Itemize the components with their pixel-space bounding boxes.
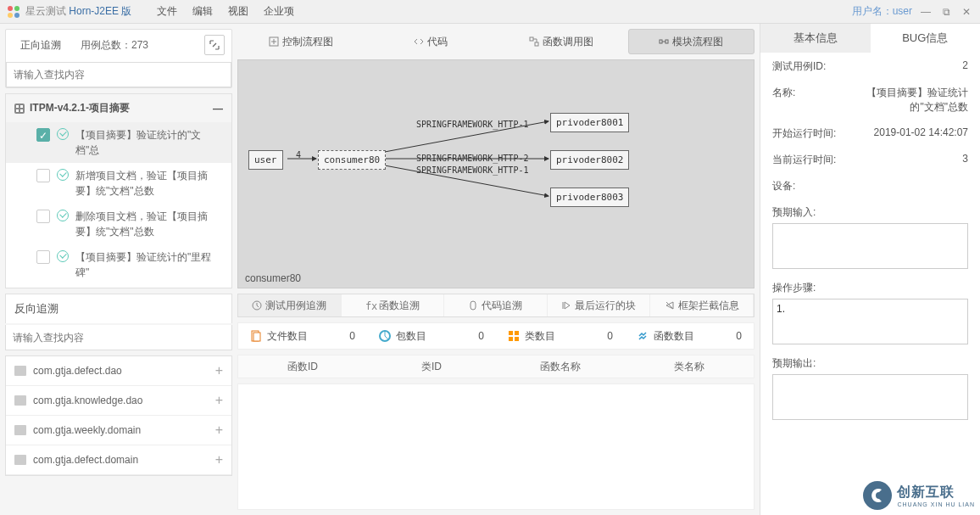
menu-edit[interactable]: 编辑 <box>192 4 213 19</box>
tab-module-flow[interactable]: 模块流程图 <box>628 29 755 54</box>
user-label: 用户名：user <box>852 4 912 19</box>
svg-rect-24 <box>515 331 519 335</box>
tab-intercept[interactable]: 框架拦截信息 <box>650 294 754 316</box>
flow-icon <box>269 36 279 47</box>
node-user[interactable]: user <box>248 150 283 170</box>
menu-enterprise[interactable]: 企业项 <box>264 4 294 19</box>
menu-view[interactable]: 视图 <box>228 4 248 19</box>
module-diagram[interactable]: user 4 consumer80 privoder8001 privoder8… <box>237 59 754 288</box>
list-item[interactable]: com.gtja.knowledge.dao+ <box>6 386 231 416</box>
value-current-time: 3 <box>962 153 968 165</box>
label-device: 设备: <box>772 179 795 193</box>
watermark-logo-icon <box>863 481 892 510</box>
tab-code[interactable]: 代码 <box>368 29 495 54</box>
svg-point-2 <box>8 13 13 18</box>
tree-item[interactable]: 新增项目WBS计划，验证【项目摘要的"里程碑"总数 <box>6 285 231 288</box>
plus-icon[interactable]: + <box>215 363 223 378</box>
status-ok-icon <box>57 169 69 181</box>
tree-item[interactable]: 新增项目文档，验证【项目摘要】统"文档"总数 <box>6 163 231 204</box>
expand-icon[interactable] <box>204 35 225 55</box>
checkbox-icon[interactable] <box>36 250 50 264</box>
tab-bug-info[interactable]: BUG信息 <box>871 24 981 53</box>
tab-case-trace[interactable]: 测试用例追溯 <box>238 294 342 316</box>
tab-last-block[interactable]: 最后运行的块 <box>548 294 651 316</box>
status-ok-icon <box>57 250 69 262</box>
tree-item[interactable]: 【项目摘要】验证统计的"文档"总 <box>6 122 231 163</box>
watermark: 创新互联CHUANG XIN HU LIAN <box>863 481 975 510</box>
tree-title: ITPM-v4.2.1-项目摘要 <box>30 101 130 115</box>
case-count-label: 用例总数：273 <box>81 38 148 53</box>
svg-rect-8 <box>20 109 23 112</box>
module-icon <box>14 104 25 114</box>
reverse-search-input[interactable] <box>5 325 232 350</box>
last-icon <box>561 300 571 311</box>
func-icon: fx <box>365 300 376 311</box>
app-title: 星云测试 Horn-J2EE 版 <box>25 4 131 19</box>
svg-rect-5 <box>16 105 19 108</box>
diagram-title: consumer80 <box>245 272 301 284</box>
value-start-time: 2019-01-02 14:42:07 <box>874 126 968 138</box>
svg-rect-6 <box>20 105 23 108</box>
package-metric-icon <box>379 330 391 342</box>
node-provider-1[interactable]: privoder8001 <box>550 113 629 132</box>
node-consumer[interactable]: consumer80 <box>318 150 386 170</box>
package-icon <box>14 395 26 406</box>
svg-rect-26 <box>515 337 519 341</box>
expect-input-field[interactable] <box>772 223 968 269</box>
svg-point-3 <box>14 13 19 18</box>
plus-icon[interactable]: + <box>215 452 223 467</box>
svg-rect-12 <box>660 40 662 43</box>
forward-search-input[interactable] <box>6 62 231 87</box>
tab-control-flow[interactable]: 控制流程图 <box>237 29 365 54</box>
label-name: 名称: <box>772 86 795 100</box>
tab-basic-info[interactable]: 基本信息 <box>760 24 871 53</box>
node-provider-2[interactable]: privoder8002 <box>550 150 629 170</box>
plus-icon[interactable]: + <box>215 393 223 408</box>
menu-file[interactable]: 文件 <box>157 4 177 19</box>
close-icon[interactable]: ✕ <box>960 5 973 19</box>
svg-rect-4 <box>14 104 25 114</box>
list-item[interactable]: com.gtja.weekly.domain+ <box>6 416 231 445</box>
svg-rect-10 <box>530 37 533 41</box>
label-expect-output: 预期输出: <box>772 356 968 371</box>
plus-icon[interactable]: + <box>215 423 223 438</box>
tab-code-trace[interactable]: 代码追溯 <box>444 294 548 316</box>
maximize-icon[interactable]: ⧉ <box>939 5 953 19</box>
edge-count: 4 <box>296 150 301 160</box>
status-ok-icon <box>57 210 69 221</box>
label-steps: 操作步骤: <box>772 281 968 295</box>
lower-tabs: 测试用例追溯 fx函数追溯 代码追溯 最后运行的块 框架拦截信息 <box>237 294 754 317</box>
th-func-name: 函数名称 <box>496 360 625 374</box>
reverse-trace-title: 反向追溯 <box>5 294 232 323</box>
edge-label-3: SPRINGFRAMEWORK_HTTP-1 <box>416 165 528 175</box>
package-icon <box>14 425 26 435</box>
tab-func-trace[interactable]: fx函数追溯 <box>342 294 445 316</box>
code-trace-icon <box>468 300 478 311</box>
checkbox-icon[interactable] <box>36 210 50 223</box>
tree-item[interactable]: 删除项目文档，验证【项目摘要】统"文档"总数 <box>6 204 231 244</box>
file-icon <box>250 330 262 342</box>
steps-field[interactable]: 1. <box>772 299 968 344</box>
tree-item[interactable]: 【项目摘要】验证统计的"里程碑" <box>6 244 231 285</box>
checkbox-icon[interactable] <box>36 128 50 142</box>
checkbox-icon[interactable] <box>36 169 50 182</box>
forward-trace-button[interactable]: 正向追溯 <box>13 34 69 57</box>
value-case-id: 2 <box>962 59 968 71</box>
minimize-icon[interactable]: — <box>919 5 933 19</box>
code-icon <box>414 36 424 47</box>
list-item[interactable]: com.gtja.defect.dao+ <box>6 356 231 386</box>
metric-functions: 函数数目0 <box>625 329 754 344</box>
tree-root[interactable]: ITPM-v4.2.1-项目摘要 — <box>6 94 231 122</box>
trace-icon <box>252 300 262 311</box>
collapse-icon[interactable]: — <box>213 103 223 115</box>
th-func-id: 函数ID <box>238 360 367 374</box>
tab-call-graph[interactable]: 函数调用图 <box>498 29 625 54</box>
metric-files: 文件数目0 <box>238 329 367 344</box>
node-provider-3[interactable]: privoder8003 <box>550 188 629 207</box>
expect-output-field[interactable] <box>772 374 968 420</box>
menubar: 文件 编辑 视图 企业项 <box>157 4 294 19</box>
module-flow-icon <box>659 36 669 47</box>
list-item[interactable]: com.gtja.defect.domain+ <box>6 445 231 475</box>
function-icon <box>637 330 649 342</box>
metric-classes: 类数目0 <box>496 329 625 344</box>
